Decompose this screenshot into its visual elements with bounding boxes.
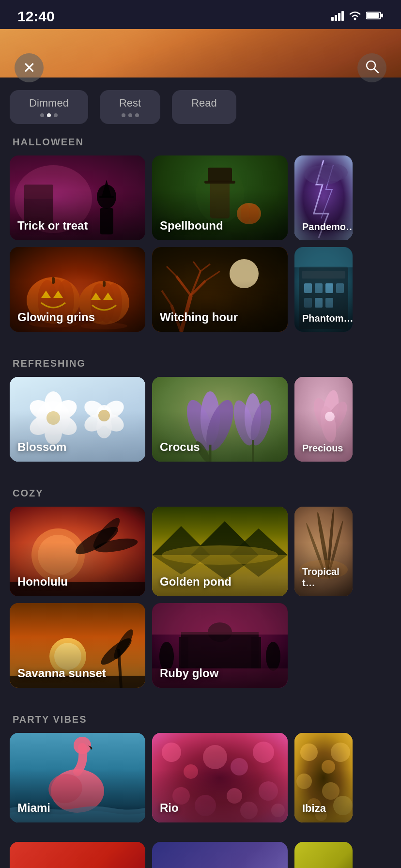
svg-rect-16 (99, 196, 114, 198)
search-button[interactable] (357, 53, 386, 82)
card-glowing-grins[interactable]: Glowing grins (10, 247, 145, 332)
card-label-witching-hour: Witching hour (160, 310, 238, 324)
svg-point-85 (247, 398, 276, 448)
svg-point-75 (81, 411, 108, 435)
svg-marker-38 (103, 293, 113, 300)
card-ibiza[interactable]: Ibiza (294, 733, 353, 822)
svg-point-70 (46, 411, 60, 425)
status-time: 12:40 (17, 8, 55, 25)
svg-point-110 (299, 560, 348, 579)
svg-rect-3 (341, 11, 344, 21)
svg-point-131 (231, 758, 248, 775)
card-precious[interactable]: Precious (294, 377, 353, 462)
svg-rect-117 (181, 632, 259, 668)
svg-point-112 (54, 643, 81, 670)
svg-rect-58 (336, 283, 344, 293)
svg-point-132 (253, 742, 274, 763)
svg-point-114 (111, 627, 136, 662)
card-ruby-glow[interactable]: Ruby glow (152, 603, 288, 688)
svg-point-137 (271, 804, 285, 817)
svg-line-45 (191, 281, 205, 295)
svg-rect-12 (24, 185, 53, 199)
svg-rect-60 (315, 298, 323, 308)
svg-point-133 (172, 787, 190, 805)
card-crocus[interactable]: Crocus (152, 377, 288, 462)
card-witching-hour[interactable]: Witching hour (152, 247, 288, 332)
svg-point-90 (318, 405, 339, 444)
svg-marker-100 (230, 528, 288, 555)
halloween-row-2: Glowing grins (10, 247, 391, 332)
svg-rect-101 (152, 555, 288, 596)
card-pandemonium[interactable]: Pandemo… (294, 155, 353, 240)
svg-marker-99 (191, 521, 259, 555)
svg-point-66 (50, 412, 80, 439)
svg-line-52 (162, 291, 171, 305)
svg-point-113 (98, 635, 135, 668)
svg-marker-15 (102, 180, 111, 197)
svg-point-140 (300, 744, 318, 761)
svg-point-74 (96, 417, 112, 438)
filter-tab-rest[interactable]: Rest (100, 90, 160, 124)
card-label-ruby-glow: Ruby glow (160, 666, 218, 680)
svg-rect-0 (331, 17, 334, 21)
card-label-trick-or-treat: Trick or treat (17, 219, 88, 232)
svg-rect-119 (179, 637, 188, 668)
svg-rect-11 (24, 185, 53, 228)
svg-rect-22 (208, 168, 232, 182)
filter-tab-dimmed[interactable]: Dimmed (10, 90, 88, 124)
svg-point-125 (51, 769, 104, 813)
svg-point-24 (304, 165, 343, 185)
svg-point-42 (230, 259, 259, 288)
section-title-halloween: HALLOWEEN (10, 137, 391, 148)
svg-marker-104 (230, 555, 288, 577)
card-blossom[interactable]: Blossom (10, 377, 145, 462)
filter-tab-read[interactable]: Read (172, 90, 236, 124)
svg-point-73 (101, 411, 127, 435)
svg-marker-102 (152, 555, 210, 574)
card-phantom[interactable]: Phantom… (294, 247, 353, 332)
svg-point-63 (36, 401, 70, 435)
card-miami[interactable]: Miami (10, 733, 145, 822)
close-button[interactable]: ✕ (15, 53, 44, 82)
svg-point-29 (57, 280, 74, 321)
card-label-glowing-grins: Glowing grins (17, 310, 95, 324)
card-label-honolulu: Honolulu (17, 575, 68, 589)
card-spellbound[interactable]: Spellbound (152, 155, 288, 240)
refreshing-row-1: Blossom (10, 377, 391, 462)
card-honolulu[interactable]: Honolulu (10, 507, 145, 596)
svg-point-13 (97, 185, 116, 209)
svg-line-115 (119, 649, 121, 688)
svg-point-34 (91, 283, 108, 322)
card-label-ibiza: Ibiza (302, 802, 326, 815)
svg-point-77 (98, 410, 110, 421)
svg-point-144 (322, 782, 339, 800)
card-rio[interactable]: Rio (152, 733, 288, 822)
svg-rect-116 (10, 676, 145, 688)
card-golden-pond[interactable]: Golden pond (152, 507, 288, 596)
svg-rect-2 (338, 13, 340, 21)
svg-point-122 (266, 642, 280, 671)
svg-point-95 (90, 515, 123, 552)
halloween-row-1: Trick or treat (10, 155, 391, 240)
svg-point-135 (227, 788, 242, 804)
svg-point-126 (74, 737, 91, 754)
svg-point-72 (101, 397, 127, 421)
svg-line-44 (176, 276, 191, 295)
card-trick-or-treat[interactable]: Trick or treat (10, 155, 145, 240)
svg-rect-39 (103, 281, 106, 287)
card-tropical[interactable]: Tropical t… (294, 507, 353, 596)
svg-point-127 (46, 771, 84, 806)
section-cozy: COZY Hono (0, 483, 401, 704)
svg-rect-61 (325, 298, 333, 308)
svg-point-121 (159, 642, 174, 671)
svg-line-48 (200, 264, 210, 271)
signal-icon (331, 10, 344, 23)
card-savanna-sunset[interactable]: Savanna sunset (10, 603, 145, 688)
svg-point-35 (98, 282, 115, 323)
svg-point-65 (50, 396, 80, 423)
svg-point-41 (81, 323, 127, 329)
svg-point-145 (307, 798, 321, 813)
svg-point-71 (96, 405, 112, 426)
card-label-crocus: Crocus (160, 440, 200, 454)
svg-point-19 (241, 204, 250, 223)
